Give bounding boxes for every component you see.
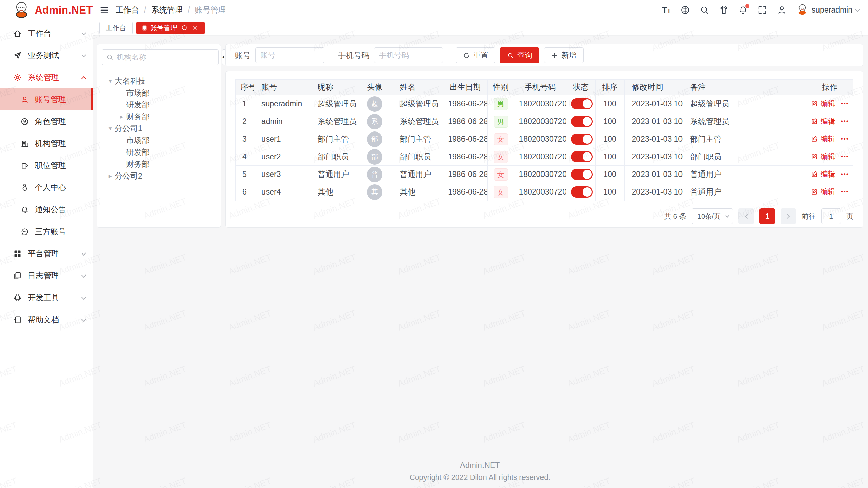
search-icon[interactable] (699, 5, 709, 15)
add-button[interactable]: 新增 (544, 47, 584, 63)
row-more-button[interactable]: ••• (841, 171, 849, 178)
current-page-button[interactable]: 1 (760, 208, 775, 224)
table-row: 6user4其他其其他1986-06-28女180200307201002023… (236, 183, 853, 201)
cell-nickname: 部门职员 (310, 148, 357, 166)
theme-icon[interactable] (719, 5, 729, 15)
edit-button[interactable]: 编辑 (811, 169, 835, 179)
status-toggle[interactable] (571, 186, 593, 198)
chevron-up-icon (81, 76, 86, 81)
reset-button[interactable]: 重置 (456, 47, 495, 63)
edit-icon (811, 118, 818, 125)
cell-nickname: 系统管理员 (310, 113, 357, 130)
tree-node-6[interactable]: 研发部 (102, 146, 216, 158)
sidebar-item-2[interactable]: 系统管理 (0, 66, 93, 88)
sidebar-item-4[interactable]: 日志管理 (0, 265, 93, 287)
sidebar-item-6[interactable]: 帮助文档 (0, 309, 93, 331)
gender-tag: 女 (494, 168, 508, 181)
status-toggle[interactable] (571, 151, 593, 162)
notification-icon[interactable] (738, 5, 748, 15)
fullscreen-icon[interactable] (757, 5, 767, 15)
cell-modified: 2023-01-03 10:59:44 (624, 95, 683, 113)
accounts-table-card: 序号账号昵称头像姓名出生日期性别手机号码状态排序修改时间备注操作 1supera… (225, 71, 863, 228)
tab-workbench[interactable]: 工作台 (99, 22, 133, 34)
prev-page-button[interactable] (738, 208, 754, 224)
caret-right-icon[interactable]: ▸ (117, 113, 126, 120)
sidebar-menu: 工作台业务测试系统管理账号管理角色管理机构管理职位管理个人中心通知公告三方账号平… (0, 20, 93, 331)
sidebar-subitem-2-5[interactable]: 通知公告 (0, 199, 93, 221)
edit-button[interactable]: 编辑 (811, 116, 835, 126)
notification-badge (745, 4, 749, 8)
breadcrumb-separator: / (144, 5, 146, 15)
close-icon[interactable] (192, 24, 198, 31)
status-toggle[interactable] (571, 169, 593, 180)
phone-input[interactable] (374, 47, 443, 63)
sidebar-item-5[interactable]: 开发工具 (0, 287, 93, 309)
goto-page-input[interactable] (821, 208, 841, 224)
status-toggle[interactable] (571, 116, 593, 127)
tree-node-label: 研发部 (126, 100, 150, 110)
cell-modified: 2023-01-03 10:59:44 (624, 113, 683, 130)
sidebar-subitem-2-0[interactable]: 账号管理 (0, 88, 93, 110)
cell-ops: 编辑••• (806, 95, 853, 113)
cell-sort: 100 (595, 95, 624, 113)
sidebar-subitem-2-2[interactable]: 机构管理 (0, 133, 93, 155)
row-more-button[interactable]: ••• (841, 153, 849, 160)
caret-right-icon[interactable]: ▸ (106, 172, 115, 180)
profile-icon[interactable] (777, 5, 787, 15)
refresh-icon[interactable] (181, 24, 188, 31)
tab-label: 工作台 (106, 23, 126, 33)
edit-button[interactable]: 编辑 (811, 187, 835, 197)
cell-account: superadmin (254, 95, 310, 113)
caret-down-icon[interactable]: ▾ (106, 125, 115, 132)
edit-label: 编辑 (821, 169, 835, 179)
gender-tag: 女 (494, 186, 508, 198)
edit-button[interactable]: 编辑 (811, 134, 835, 144)
tab-account-management[interactable]: 账号管理 (136, 22, 205, 34)
sidebar-subitem-2-3[interactable]: 职位管理 (0, 155, 93, 177)
sidebar-item-0[interactable]: 工作台 (0, 22, 93, 44)
tree-node-2[interactable]: 研发部 (102, 99, 216, 111)
sidebar-subitem-2-4[interactable]: 个人中心 (0, 177, 93, 199)
column-header-status: 状态 (566, 80, 595, 95)
next-page-button[interactable] (781, 208, 796, 224)
status-toggle[interactable] (571, 134, 593, 145)
page-size-select[interactable]: 10条/页 (692, 208, 733, 224)
menu-fold-icon[interactable] (99, 5, 110, 15)
tree-node-0[interactable]: ▾大名科技 (102, 75, 216, 87)
tree-node-3[interactable]: ▸财务部 (102, 111, 216, 123)
row-more-button[interactable]: ••• (841, 100, 849, 107)
sidebar-subitem-2-6[interactable]: 三方账号 (0, 221, 93, 243)
edit-button[interactable]: 编辑 (811, 151, 835, 162)
tree-node-8[interactable]: ▸分公司2 (102, 170, 216, 182)
tree-node-5[interactable]: 市场部 (102, 135, 216, 146)
sidebar-item-3[interactable]: 平台管理 (0, 243, 93, 265)
status-toggle[interactable] (571, 98, 593, 109)
row-more-button[interactable]: ••• (841, 188, 849, 195)
cell-remark: 超级管理员 (683, 95, 806, 113)
org-search-input[interactable] (117, 53, 214, 62)
row-more-button[interactable]: ••• (841, 118, 849, 125)
tree-node-7[interactable]: 财务部 (102, 158, 216, 170)
row-more-button[interactable]: ••• (841, 136, 849, 142)
query-button[interactable]: 查询 (500, 47, 539, 63)
edit-label: 编辑 (821, 187, 835, 197)
user-menu[interactable]: superadmin (796, 3, 859, 17)
breadcrumb-item[interactable]: 工作台 (116, 5, 139, 15)
breadcrumb-item[interactable]: 系统管理 (151, 5, 182, 15)
brand-logo[interactable]: Admin.NET (0, 0, 93, 20)
tree-node-1[interactable]: 市场部 (102, 87, 216, 99)
caret-down-icon[interactable]: ▾ (106, 78, 115, 85)
account-input[interactable] (255, 47, 324, 63)
tree-node-4[interactable]: ▾分公司1 (102, 123, 216, 135)
tree-node-label: 分公司1 (115, 123, 142, 134)
cell-phone: 18020030720 (514, 148, 566, 166)
sidebar-subitem-label: 个人中心 (35, 182, 66, 193)
sidebar-subitem-2-1[interactable]: 角色管理 (0, 110, 93, 133)
sidebar-subitem-label: 通知公告 (35, 204, 66, 215)
sidebar-item-1[interactable]: 业务测试 (0, 44, 93, 66)
font-size-icon[interactable]: TT (662, 6, 671, 14)
edit-button[interactable]: 编辑 (811, 99, 835, 109)
footer-copyright: Copyright © 2022 Dilon All rights reserv… (97, 473, 863, 482)
cell-name: 超级管理员 (392, 95, 443, 113)
locale-icon[interactable] (680, 5, 690, 15)
